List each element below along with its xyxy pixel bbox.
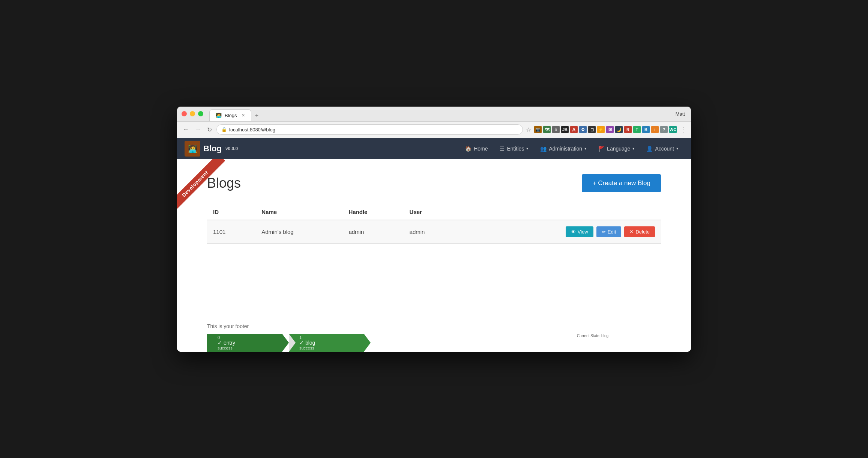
ext-moon[interactable]: 🌙 (615, 126, 623, 133)
minimize-button[interactable] (190, 111, 195, 116)
nav-entities-label: Entities (507, 146, 524, 152)
table-body: 1101 Admin's blog admin admin 👁 View (207, 220, 661, 244)
account-icon: 👤 (646, 146, 653, 152)
traffic-lights (182, 111, 203, 116)
row-handle: admin (342, 220, 403, 244)
ext-b[interactable]: B (642, 126, 650, 133)
entities-caret-icon: ▾ (526, 146, 528, 151)
state-bar: 0 ✓ entry success 1 ✓ blog success (207, 334, 661, 352)
edit-label: Edit (608, 229, 616, 235)
ext-camera[interactable]: 📷 (534, 126, 542, 133)
ext-jb[interactable]: JB (561, 126, 569, 133)
reload-button[interactable]: ↻ (206, 125, 213, 135)
nav-language[interactable]: 🚩 Language ▾ (593, 143, 640, 155)
language-icon: 🚩 (598, 146, 605, 152)
nav-admin-label: Administration (549, 146, 582, 152)
new-tab-button[interactable]: + (251, 110, 263, 121)
entities-icon: ☰ (500, 146, 505, 152)
page-wrapper: Development Blogs + Create a new Blog ID… (177, 159, 691, 352)
blog-num: 1 (299, 335, 315, 340)
row-actions: 👁 View ✏ Edit ✕ Delete (458, 220, 661, 244)
nav-entities[interactable]: ☰ Entities ▾ (494, 143, 533, 155)
row-id[interactable]: 1101 (207, 220, 255, 244)
admin-icon: 👥 (540, 146, 547, 152)
ext-r[interactable]: R (624, 126, 632, 133)
title-bar: 🧑‍💻 Blogs ✕ + Matt (177, 107, 691, 122)
col-user: User (404, 204, 458, 220)
create-blog-button[interactable]: + Create a new Blog (582, 174, 661, 192)
lock-icon: 🔒 (221, 127, 227, 132)
edit-icon: ✏ (602, 229, 606, 235)
maximize-button[interactable] (198, 111, 203, 116)
tab-close-icon[interactable]: ✕ (242, 113, 245, 118)
ext-i[interactable]: i (651, 126, 659, 133)
footer: This is your footer 0 ✓ entry success 1 (177, 317, 691, 352)
ext-help[interactable]: ? (660, 126, 668, 133)
tab-title: Blogs (225, 113, 237, 118)
table-row: 1101 Admin's blog admin admin 👁 View (207, 220, 661, 244)
nav-home[interactable]: 🏠 Home (460, 143, 493, 155)
state-step-entry[interactable]: 0 ✓ entry success (207, 334, 282, 352)
col-id: ID (207, 204, 255, 220)
delete-button[interactable]: ✕ Delete (624, 226, 655, 237)
url-bar[interactable]: 🔒 localhost:8080/#/blog (216, 124, 523, 135)
ext-info[interactable]: ℹ (552, 126, 560, 133)
view-label: View (578, 229, 588, 235)
ext-map[interactable]: 🗺 (543, 126, 551, 133)
row-name: Admin's blog (255, 220, 342, 244)
admin-caret-icon: ▾ (584, 146, 586, 151)
edit-button[interactable]: ✏ Edit (596, 226, 621, 237)
account-caret-icon: ▾ (676, 146, 678, 151)
ext-gear[interactable]: ⚙ (579, 126, 587, 133)
language-caret-icon: ▾ (632, 146, 634, 151)
entry-num: 0 (218, 335, 235, 340)
ext-square[interactable]: ◻ (588, 126, 596, 133)
back-button[interactable]: ← (182, 125, 191, 134)
ext-lightning[interactable]: ⚡ (597, 126, 605, 133)
state-bar-filler (364, 334, 661, 352)
bookmark-button[interactable]: ☆ (526, 126, 531, 133)
delete-label: Delete (635, 229, 650, 235)
url-text: localhost:8080/#/blog (229, 127, 275, 133)
app-content: 🧑‍💻 Blog v0.0.0 🏠 Home ☰ Entities ▾ 👥 Ad… (177, 138, 691, 352)
navbar: 🧑‍💻 Blog v0.0.0 🏠 Home ☰ Entities ▾ 👥 Ad… (177, 138, 691, 159)
current-state-label: Current State: blog (577, 334, 608, 338)
table-header: ID Name Handle User (207, 204, 661, 220)
nav-administration[interactable]: 👥 Administration ▾ (535, 143, 592, 155)
nav-account[interactable]: 👤 Account ▾ (641, 143, 683, 155)
footer-text: This is your footer (207, 323, 661, 329)
nav-items: 🏠 Home ☰ Entities ▾ 👥 Administration ▾ 🚩… (247, 143, 683, 155)
forward-button[interactable]: → (194, 125, 203, 134)
ext-t[interactable]: T (633, 126, 641, 133)
address-bar: ← → ↻ 🔒 localhost:8080/#/blog ☆ 📷 🗺 ℹ JB… (177, 122, 691, 138)
extensions-area: 📷 🗺 ℹ JB A ⚙ ◻ ⚡ ✉ 🌙 R T B i ? WC (534, 126, 677, 133)
brand-avatar: 🧑‍💻 (185, 141, 200, 157)
ext-a[interactable]: A (570, 126, 578, 133)
times-icon: ✕ (629, 229, 634, 235)
tab-favicon: 🧑‍💻 (216, 113, 222, 118)
close-button[interactable] (182, 111, 187, 116)
entry-status: success (218, 346, 235, 350)
browser-user: Matt (676, 111, 685, 117)
more-options-button[interactable]: ⋮ (680, 125, 686, 134)
col-actions (458, 204, 661, 220)
nav-home-label: Home (474, 146, 488, 152)
brand-logo[interactable]: 🧑‍💻 Blog v0.0.0 (185, 141, 238, 157)
state-step-blog[interactable]: 1 ✓ blog success (289, 334, 364, 352)
view-button[interactable]: 👁 View (566, 226, 593, 237)
ext-mail[interactable]: ✉ (606, 126, 614, 133)
main-content: Blogs + Create a new Blog ID Name Handle… (177, 159, 691, 317)
nav-account-label: Account (655, 146, 674, 152)
state-step-entry-content: 0 ✓ entry success (218, 335, 235, 350)
state-step-blog-content: 1 ✓ blog success (299, 335, 315, 350)
eye-icon: 👁 (571, 229, 576, 235)
ext-wc[interactable]: WC (669, 126, 677, 133)
blog-status: success (299, 346, 315, 350)
nav-language-label: Language (607, 146, 630, 152)
page-header: Blogs + Create a new Blog (207, 174, 661, 192)
active-tab[interactable]: 🧑‍💻 Blogs ✕ (209, 109, 251, 121)
page-title: Blogs (207, 175, 241, 191)
brand-version: v0.0.0 (225, 146, 238, 151)
col-handle: Handle (342, 204, 403, 220)
blogs-table: ID Name Handle User 1101 Admin's blog ad… (207, 204, 661, 244)
